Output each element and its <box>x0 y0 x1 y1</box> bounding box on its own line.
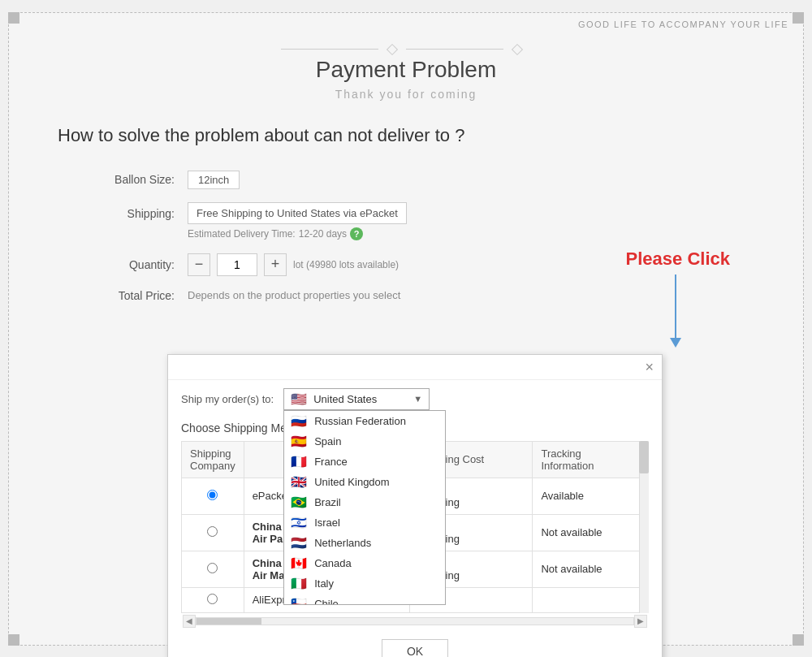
horizontal-scroll-thumb <box>197 618 261 625</box>
please-click-text: Please Click <box>626 249 730 270</box>
quantity-input[interactable] <box>217 253 257 276</box>
page-subtitle: Thank you for coming <box>58 88 754 101</box>
title-diamond-left <box>387 43 398 54</box>
flag-spain: 🇪🇸 <box>291 435 309 447</box>
total-price-value: Depends on the product properties you se… <box>188 289 400 301</box>
country-name-spain: Spain <box>314 435 341 447</box>
country-name-france: France <box>314 456 347 468</box>
ballon-size-row: Ballon Size: 12inch <box>90 171 754 189</box>
delivery-value: 12-20 days <box>299 228 347 240</box>
modal-close-button[interactable]: × <box>645 360 654 374</box>
corner-bl <box>8 634 19 646</box>
shipping-select[interactable]: Free Shipping to United States via ePack… <box>188 202 407 224</box>
shipping-label: Shipping: <box>90 202 188 220</box>
page-title: Payment Problem <box>58 57 754 83</box>
modal-body: Ship my order(s) to: 🇺🇸 United States ▼ … <box>168 380 662 658</box>
scroll-right-button[interactable]: ▶ <box>634 615 647 628</box>
country-option-russia[interactable]: 🇷🇺 Russian Federation <box>284 411 445 431</box>
title-diamond-right <box>512 43 523 54</box>
ship-to-label: Ship my order(s) to: <box>181 393 274 405</box>
country-name-canada: Canada <box>314 557 352 569</box>
flag-uk: 🇬🇧 <box>291 476 309 487</box>
total-price-label: Total Price: <box>90 289 188 302</box>
country-name-italy: Italy <box>314 577 334 590</box>
flag-canada: 🇨🇦 <box>291 557 309 568</box>
air-parcel-tracking: Not available <box>533 514 649 551</box>
corner-tl <box>8 12 19 24</box>
country-select-display[interactable]: 🇺🇸 United States ▼ <box>283 388 430 410</box>
ok-button[interactable]: OK <box>382 639 448 658</box>
shipping-select-section: Free Shipping to United States via ePack… <box>188 202 407 240</box>
country-option-chile[interactable]: 🇨🇱 Chile <box>284 594 445 605</box>
table-header-tracking: TrackingInformation <box>533 441 649 478</box>
ballon-size-value: 12inch <box>188 171 240 189</box>
question-heading: How to solve the problem about can not d… <box>58 125 754 146</box>
country-option-france[interactable]: 🇫🇷 France <box>284 452 445 472</box>
radio-cell-air-mail[interactable] <box>182 551 244 587</box>
modal-dialog: × Ship my order(s) to: 🇺🇸 United States … <box>167 354 663 658</box>
title-line-right <box>406 49 503 50</box>
quantity-control: − + lot (49980 lots available) <box>188 253 399 276</box>
country-name-chile: Chile <box>314 598 339 605</box>
corner-br <box>793 634 804 646</box>
quantity-label: Quantity: <box>90 258 188 271</box>
ship-to-row: Ship my order(s) to: 🇺🇸 United States ▼ … <box>181 388 649 410</box>
country-name-uk: United Kingdom <box>314 476 390 488</box>
title-line-left <box>281 49 378 50</box>
please-click-annotation: Please Click <box>626 249 730 339</box>
horizontal-scrollbar: ◀ ▶ <box>181 615 649 628</box>
flag-brazil: 🇧🇷 <box>291 496 309 508</box>
title-section: Payment Problem Thank you for coming <box>58 45 754 101</box>
country-option-brazil[interactable]: 🇧🇷 Brazil <box>284 492 445 512</box>
country-option-netherlands[interactable]: 🇳🇱 Netherlands <box>284 533 445 553</box>
quantity-minus-button[interactable]: − <box>188 253 210 276</box>
selected-country-name: United States <box>313 393 377 405</box>
title-decoration <box>58 45 754 54</box>
flag-israel: 🇮🇱 <box>291 517 309 528</box>
vertical-scrollbar-thumb <box>639 441 649 473</box>
flag-russia: 🇷🇺 <box>291 415 309 426</box>
table-header-company: Shipping Company <box>182 441 244 478</box>
ok-button-row: OK <box>181 628 649 658</box>
flag-chile: 🇨🇱 <box>291 598 309 605</box>
vertical-scrollbar[interactable] <box>639 441 649 613</box>
brand-text: GOOD LIFE TO ACCOMPANY YOUR LIFE <box>578 19 788 29</box>
quantity-available: lot (49980 lots available) <box>293 259 399 270</box>
country-option-uk[interactable]: 🇬🇧 United Kingdom <box>284 472 445 492</box>
country-option-israel[interactable]: 🇮🇱 Israel <box>284 512 445 533</box>
country-dropdown[interactable]: 🇷🇺 Russian Federation 🇪🇸 Spain 🇫🇷 France <box>283 410 446 605</box>
country-option-spain[interactable]: 🇪🇸 Spain <box>284 431 445 452</box>
country-name-netherlands: Netherlands <box>314 537 371 549</box>
delivery-label: Estimated Delivery Time: <box>188 228 296 240</box>
horizontal-scroll-track <box>196 617 634 625</box>
shipping-row: Shipping: Free Shipping to United States… <box>90 202 754 240</box>
aliexpress-tracking <box>533 587 649 612</box>
corner-tr <box>793 12 804 24</box>
scroll-left-button[interactable]: ◀ <box>183 615 196 628</box>
modal-header: × <box>168 355 662 380</box>
delivery-time: Estimated Delivery Time: 12-20 days ? <box>188 227 363 240</box>
radio-cell-air-parcel[interactable] <box>182 514 244 551</box>
flag-italy: 🇮🇹 <box>291 577 309 589</box>
country-option-italy[interactable]: 🇮🇹 Italy <box>284 573 445 594</box>
epacket-tracking: Available <box>533 478 649 514</box>
air-mail-tracking: Not available <box>533 551 649 587</box>
country-name-russia: Russian Federation <box>314 415 406 427</box>
ballon-size-label: Ballon Size: <box>90 173 188 186</box>
country-option-canada[interactable]: 🇨🇦 Canada <box>284 553 445 573</box>
arrow-down-icon <box>675 274 676 339</box>
outer-border: GOOD LIFE TO ACCOMPANY YOUR LIFE Payment… <box>8 12 804 646</box>
flag-netherlands: 🇳🇱 <box>291 537 309 548</box>
help-icon[interactable]: ? <box>350 227 363 240</box>
country-select-wrapper[interactable]: 🇺🇸 United States ▼ 🇷🇺 Russian Federation <box>283 388 430 410</box>
flag-france: 🇫🇷 <box>291 456 309 467</box>
radio-cell-aliexpress[interactable] <box>182 587 244 612</box>
quantity-plus-button[interactable]: + <box>264 253 287 276</box>
select-caret-icon: ▼ <box>413 394 422 404</box>
selected-country-flag: 🇺🇸 <box>291 393 309 404</box>
country-name-israel: Israel <box>314 517 340 529</box>
radio-cell-epacket[interactable] <box>182 478 244 514</box>
country-name-brazil: Brazil <box>314 496 341 508</box>
shipping-dropdown-wrapper: Free Shipping to United States via ePack… <box>188 202 407 224</box>
